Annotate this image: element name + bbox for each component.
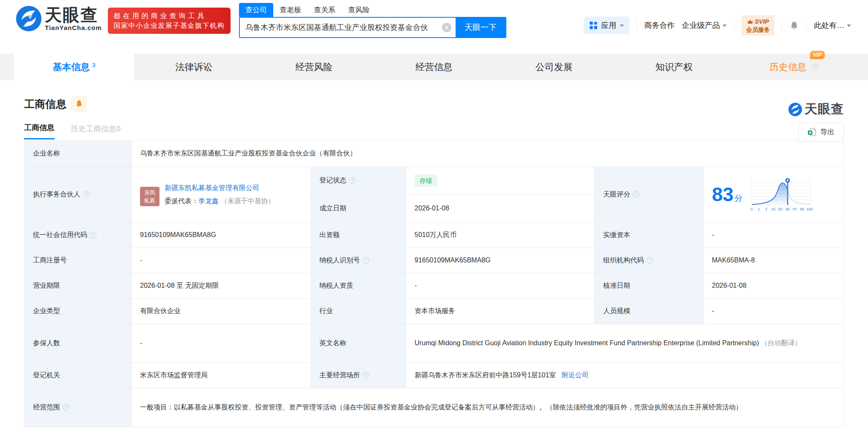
- tab-basic-info[interactable]: 基本信息 3: [14, 54, 134, 80]
- credit-code-label: 统一社会信用代码?: [25, 223, 132, 248]
- search-tabs: 查公司 查老板 查关系 查风险: [239, 3, 506, 17]
- nav-cooperation[interactable]: 商务合作: [644, 20, 675, 30]
- help-icon[interactable]: ?: [812, 64, 819, 71]
- tab-operation[interactable]: 经营信息: [374, 54, 494, 80]
- user-menu[interactable]: 此处有…: [814, 20, 851, 30]
- table-row: 登记机关 米东区市场监督管理局 主要经营场所? 新疆乌鲁木齐市米东区府前中路15…: [25, 363, 844, 388]
- taxpayer-id-label: 纳税人识别号?: [311, 248, 406, 273]
- business-scope-value: 一般项目：以私募基金从事股权投资、投资管理、资产管理等活动（须在中国证券投资基金…: [132, 388, 844, 427]
- taxpayer-quality-label: 纳税人资质: [311, 273, 406, 299]
- crown-icon: [747, 19, 753, 24]
- table-row: 企业名称 乌鲁木齐市米东区国基通航工业产业股权投资基金合伙企业（有限合伙）: [25, 141, 844, 167]
- industry-value: 资本市场服务: [406, 299, 595, 324]
- help-icon[interactable]: ?: [90, 232, 96, 238]
- approval-date-label: 核准日期: [595, 273, 703, 299]
- partner-cell: 东凯 私募 新疆东凯私募基金管理有限公司 委派代表：李龙鑫 （来源于中基协）: [132, 167, 311, 223]
- notification-bell-icon[interactable]: [789, 20, 799, 30]
- nav-enterprise[interactable]: 企业级产品: [682, 20, 727, 30]
- section-title: 工商信息: [24, 97, 66, 111]
- subscribe-bell-icon[interactable]: [71, 96, 87, 112]
- premises-value: 新疆乌鲁木齐市米东区府前中路159号1层101室 附近公司: [406, 363, 844, 388]
- svg-text:1: 1: [758, 207, 760, 211]
- reg-status-label: 登记状态?: [311, 167, 406, 195]
- chevron-down-icon: [620, 25, 624, 27]
- help-icon[interactable]: ?: [349, 177, 356, 184]
- chevron-down-icon: [722, 25, 727, 27]
- svip-member-badge[interactable]: SVIP 会员服务: [742, 15, 775, 35]
- score-axis-ticks: 0 1 3 15 50 85 97 99 100: [751, 207, 813, 211]
- status-badge: 存续: [415, 175, 437, 187]
- partner-avatar[interactable]: 东凯 私募: [140, 187, 159, 206]
- capital-label: 出资额: [311, 223, 406, 248]
- tab-history[interactable]: 历史信息 VIP ?: [734, 54, 854, 80]
- watermark-logo: 天眼查: [788, 101, 844, 118]
- business-scope-label: 经营范围?: [25, 388, 132, 427]
- staff-size-label: 人员规模: [595, 299, 703, 324]
- score-cell: 83分: [703, 167, 844, 223]
- insured-count-value: -: [132, 324, 311, 363]
- tab-legal[interactable]: 法律诉讼: [134, 54, 254, 80]
- search-input[interactable]: [240, 18, 442, 37]
- tianyancha-watermark-icon: [788, 103, 802, 116]
- tab-ip[interactable]: 知识产权: [614, 54, 734, 80]
- promo-line1: 都在用的商业查询工具: [114, 11, 225, 21]
- rep-name-link[interactable]: 李龙鑫: [198, 197, 219, 205]
- subtab-history-info[interactable]: 历史工商信息0: [71, 124, 121, 139]
- apps-menu[interactable]: 应用: [584, 16, 629, 34]
- help-icon[interactable]: ?: [83, 191, 90, 198]
- excel-icon: [808, 128, 816, 136]
- vip-badge: VIP: [810, 51, 825, 59]
- table-row: 工商注册号 - 纳税人识别号? 91650109MAK65BMA8G 组织机构代…: [25, 248, 844, 273]
- nearby-companies-link[interactable]: 附近公司: [562, 371, 589, 379]
- company-name-value: 乌鲁木齐市米东区国基通航工业产业股权投资基金合伙企业（有限合伙）: [132, 141, 844, 167]
- export-button[interactable]: 导出: [798, 123, 844, 142]
- reg-status-value: 存续: [406, 167, 595, 195]
- org-code-value: MAK65BMA-8: [703, 248, 844, 273]
- help-icon[interactable]: ?: [363, 372, 369, 379]
- logo-subtitle: TianYanCha.com: [45, 24, 102, 31]
- promo-line2: 国家中小企业发展子基金旗下机构: [114, 21, 225, 30]
- establish-date-value: 2026-01-08: [406, 195, 595, 223]
- business-term-label: 营业期限: [25, 273, 132, 299]
- svg-text:99: 99: [800, 207, 804, 211]
- help-icon[interactable]: ?: [363, 257, 369, 264]
- rep-source: （来源于中基协）: [220, 197, 275, 205]
- subtab-bar: 工商信息 历史工商信息0: [24, 123, 844, 139]
- search-box: 天眼一下: [239, 17, 506, 38]
- svg-text:15: 15: [771, 207, 775, 211]
- clear-search-icon[interactable]: [442, 23, 451, 32]
- watermark-text: 天眼查: [805, 101, 844, 118]
- english-name-value: Urumqi Midong District Guoji Aviation In…: [406, 324, 844, 363]
- tab-development[interactable]: 公司发展: [494, 54, 614, 80]
- registration-authority-label: 登记机关: [25, 363, 132, 388]
- subtab-business-info[interactable]: 工商信息: [24, 123, 55, 139]
- svg-text:85: 85: [786, 207, 790, 211]
- tianyancha-logo[interactable]: 天眼查 TianYanCha.com: [16, 6, 102, 31]
- search-tab-boss[interactable]: 查老板: [273, 3, 308, 17]
- reg-number-label: 工商注册号: [25, 248, 132, 273]
- table-row: 执行事务合伙人? 东凯 私募 新疆东凯私募基金管理有限公司 委派代表：李龙鑫 （…: [25, 167, 844, 195]
- search-tab-relation[interactable]: 查关系: [308, 3, 342, 17]
- search-tab-risk[interactable]: 查风险: [342, 3, 376, 17]
- staff-size-value: -: [703, 299, 844, 324]
- search-tab-company[interactable]: 查公司: [239, 3, 273, 17]
- tab-risk[interactable]: 经营风险: [254, 54, 374, 80]
- company-name-label: 企业名称: [25, 141, 132, 167]
- taxpayer-quality-value: -: [406, 273, 595, 299]
- help-icon[interactable]: ?: [633, 191, 640, 198]
- english-name-label: 英文名称: [311, 324, 406, 363]
- company-type-label: 企业类型: [25, 299, 132, 324]
- search-button[interactable]: 天眼一下: [456, 18, 505, 37]
- business-info-table: 企业名称 乌鲁木齐市米东区国基通航工业产业股权投资基金合伙企业（有限合伙） 执行…: [24, 140, 844, 427]
- table-row: 统一社会信用代码? 91650109MAK65BMA8G 出资额 5010万人民…: [25, 223, 844, 248]
- table-row: 企业类型 有限合伙企业 行业 资本市场服务 人员规模 -: [25, 299, 844, 324]
- help-icon[interactable]: ?: [646, 257, 653, 264]
- logo-title: 天眼查: [45, 6, 102, 23]
- partner-company-link[interactable]: 新疆东凯私募基金管理有限公司: [165, 184, 259, 191]
- help-icon[interactable]: ?: [63, 404, 69, 411]
- rep-label: 委派代表：: [165, 197, 198, 205]
- industry-label: 行业: [311, 299, 406, 324]
- svg-text:100: 100: [807, 207, 813, 211]
- capital-value: 5010万人民币: [406, 223, 595, 248]
- apps-grid-icon: [589, 21, 598, 30]
